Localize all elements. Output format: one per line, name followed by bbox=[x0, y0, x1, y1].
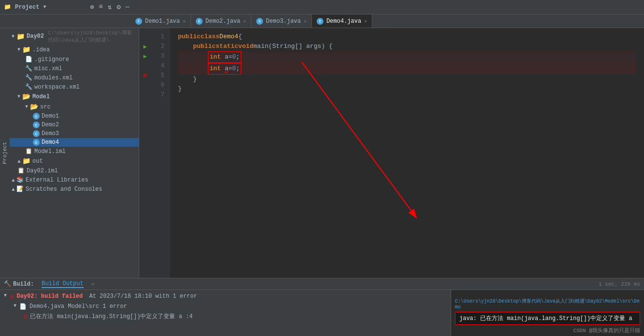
tree-scratches[interactable]: ▶ 📝 Scratches and Consoles bbox=[10, 184, 139, 194]
tab-demo1-label: Demo1.java bbox=[145, 18, 180, 25]
tab-demo3-close[interactable]: ✕ bbox=[304, 18, 307, 24]
tree-out[interactable]: ▶ 📁 out bbox=[10, 156, 139, 166]
indent-3 bbox=[178, 52, 208, 62]
code-content[interactable]: public class Demo4 { public static void … bbox=[170, 28, 644, 278]
build-tab-left-icon[interactable]: 🔨 Build: bbox=[4, 280, 34, 288]
build-file-text: Demo4.java Model\src 1 error bbox=[29, 303, 127, 310]
tree-day02iml[interactable]: 📋 Day02.iml bbox=[10, 166, 139, 175]
code-area[interactable]: ▶ ▶ ⊘ 1 2 3 4 5 6 7 bbox=[139, 28, 644, 278]
bottom-panel: 🔨 Build: Build Output ✕ 1 sec, 226 ms ▼ … bbox=[0, 278, 644, 336]
demo1-java-icon: C bbox=[135, 18, 142, 25]
workspacexml-icon: 🔧 bbox=[25, 83, 32, 91]
brace-close-6: } bbox=[178, 84, 182, 94]
model-label: Model bbox=[32, 93, 50, 100]
collapse-arrow-2[interactable]: ▼ bbox=[14, 303, 16, 308]
build-label[interactable]: Build: bbox=[13, 281, 34, 288]
indent-2 bbox=[178, 42, 193, 51]
tree-model[interactable]: ▼ 📂 Model bbox=[10, 92, 139, 102]
demo4-icon: C bbox=[33, 139, 40, 146]
minimize-icon[interactable]: — bbox=[126, 3, 130, 11]
tab-demo4[interactable]: C Demo4.java ✕ bbox=[312, 15, 372, 28]
settings-icon[interactable]: ⚙ bbox=[117, 3, 120, 11]
tree-src[interactable]: ▼ 📂 src bbox=[10, 102, 139, 112]
miscxml-label: misc.xml bbox=[34, 65, 62, 72]
demo3-icon: C bbox=[33, 130, 40, 137]
extlib-icon: 📚 bbox=[16, 176, 24, 183]
day02-expand-arrow: ▼ bbox=[12, 34, 15, 39]
build-output-close[interactable]: ✕ bbox=[91, 281, 94, 287]
extlib-label: External Libraries bbox=[26, 177, 88, 183]
day02iml-icon: 📋 bbox=[17, 167, 25, 174]
build-error-dot: ⊘ bbox=[10, 293, 14, 301]
tab-demo2-close[interactable]: ✕ bbox=[243, 18, 246, 24]
run-arrow-2[interactable]: ▶ bbox=[143, 53, 146, 60]
demo1-icon: C bbox=[33, 113, 40, 120]
tree-demo2[interactable]: C Demo2 bbox=[10, 121, 139, 129]
tree-demo1[interactable]: C Demo1 bbox=[10, 112, 139, 121]
tree-miscxml[interactable]: 🔧 misc.xml bbox=[10, 64, 139, 73]
kw-int-3: int bbox=[209, 53, 224, 61]
src-expand-arrow: ▼ bbox=[25, 104, 28, 109]
code-editor: ▶ ▶ ⊘ 1 2 3 4 5 6 7 bbox=[139, 28, 644, 278]
tree-demo4[interactable]: C Demo4 bbox=[10, 138, 139, 147]
tree-workspacexml[interactable]: 🔧 workspace.xml bbox=[10, 82, 139, 92]
classname-demo4: Demo4 bbox=[220, 32, 238, 42]
kw-void: void bbox=[238, 42, 253, 51]
project-label[interactable]: Project bbox=[15, 4, 39, 11]
vertical-project-label[interactable]: Project bbox=[0, 28, 10, 278]
build-output-tab[interactable]: Build Output bbox=[42, 280, 83, 288]
project-dropdown-arrow[interactable]: ▼ bbox=[43, 4, 46, 10]
run-arrow-1[interactable]: ▶ bbox=[143, 43, 146, 50]
tree-modulesxml[interactable]: 🔧 modules.xml bbox=[10, 73, 139, 82]
tab-demo3[interactable]: C Demo3.java ✕ bbox=[251, 15, 312, 28]
line-numbers: 1 2 3 4 5 6 7 bbox=[151, 28, 170, 278]
demo4-tree-label: Demo4 bbox=[42, 139, 59, 146]
tree-gitignore[interactable]: 📄 .gitignore bbox=[10, 55, 139, 64]
vertical-project-tab[interactable]: 📁 bbox=[4, 3, 11, 11]
sidebar: ▼ 📁 Day02 C:\Users\yjn28\Desktop\博客代码\Ja… bbox=[10, 28, 139, 278]
demo4-java-icon: C bbox=[317, 18, 323, 25]
file-icon-build: 📄 bbox=[19, 303, 27, 310]
num-0-4: 0 bbox=[232, 65, 236, 72]
tree-day02[interactable]: ▼ 📁 Day02 C:\Users\yjn28\Desktop\博客代码\Ja… bbox=[10, 28, 139, 45]
timing-label: 1 sec, 226 ms bbox=[599, 281, 640, 287]
tree-idea[interactable]: ▼ 📁 .idea bbox=[10, 45, 139, 55]
scratches-expand-arrow: ▶ bbox=[10, 187, 16, 190]
build-item-3[interactable]: ⊘ 已在方法 main(java.lang.String[])中定义了变量 a … bbox=[4, 311, 447, 321]
indent-5 bbox=[178, 75, 193, 84]
bottom-right: C:\Users\yjn28\Desktop\博客代码\Java从入门到精通\D… bbox=[451, 290, 644, 336]
bottom-content: ▼ ⊘ Day02: build failed At 2023/7/18 18:… bbox=[0, 290, 644, 336]
highlight-box-3: int a=0; bbox=[208, 51, 241, 63]
indent-4 bbox=[178, 64, 208, 74]
top-bar: 📁 Project ▼ ⊕ ≡ ⇅ ⚙ — bbox=[0, 0, 644, 15]
tab-demo1-close[interactable]: ✕ bbox=[183, 18, 186, 24]
sort-icon[interactable]: ⇅ bbox=[108, 3, 112, 11]
list-icon[interactable]: ≡ bbox=[99, 3, 102, 11]
build-item-1[interactable]: ▼ ⊘ Day02: build failed At 2023/7/18 18:… bbox=[4, 292, 447, 302]
day02-folder-icon: 📁 bbox=[16, 32, 25, 41]
collapse-arrow[interactable]: ▼ bbox=[4, 293, 7, 298]
tab-demo4-close[interactable]: ✕ bbox=[364, 18, 367, 24]
tree-demo3[interactable]: C Demo3 bbox=[10, 129, 139, 138]
idea-folder-icon: 📁 bbox=[22, 46, 30, 54]
build-item-2[interactable]: ▼ 📄 Demo4.java Model\src 1 error bbox=[4, 302, 447, 311]
add-icon[interactable]: ⊕ bbox=[90, 3, 94, 11]
modulesxml-label: modules.xml bbox=[34, 75, 73, 81]
code-line-7 bbox=[178, 94, 636, 104]
tab-demo2[interactable]: C Demo2.java ✕ bbox=[191, 15, 251, 28]
tab-demo4-label: Demo4.java bbox=[326, 18, 361, 25]
tab-demo1[interactable]: C Demo1.java ✕ bbox=[131, 15, 191, 28]
bottom-right-path: C:\Users\yjn28\Desktop\博客代码\Java从入门到精通\D… bbox=[455, 298, 640, 310]
extlib-expand-arrow: ▶ bbox=[10, 178, 16, 181]
demo2-java-icon: C bbox=[196, 18, 203, 25]
gitignore-label: .gitignore bbox=[34, 56, 69, 63]
scratches-label: Scratches and Consoles bbox=[26, 186, 102, 193]
top-bar-left: 📁 Project ▼ ⊕ ≡ ⇅ ⚙ — bbox=[4, 3, 130, 11]
tree-extlib[interactable]: ▶ 📚 External Libraries bbox=[10, 175, 139, 184]
semi-3: ; bbox=[236, 53, 240, 61]
tree-modeliml[interactable]: 📋 Model.iml bbox=[10, 147, 139, 156]
code-line-5: } bbox=[178, 75, 636, 84]
error-gutter-icon: ⊘ bbox=[143, 72, 147, 79]
code-line-1: public class Demo4 { bbox=[178, 32, 636, 42]
code-line-3: int a=0; bbox=[178, 51, 636, 63]
